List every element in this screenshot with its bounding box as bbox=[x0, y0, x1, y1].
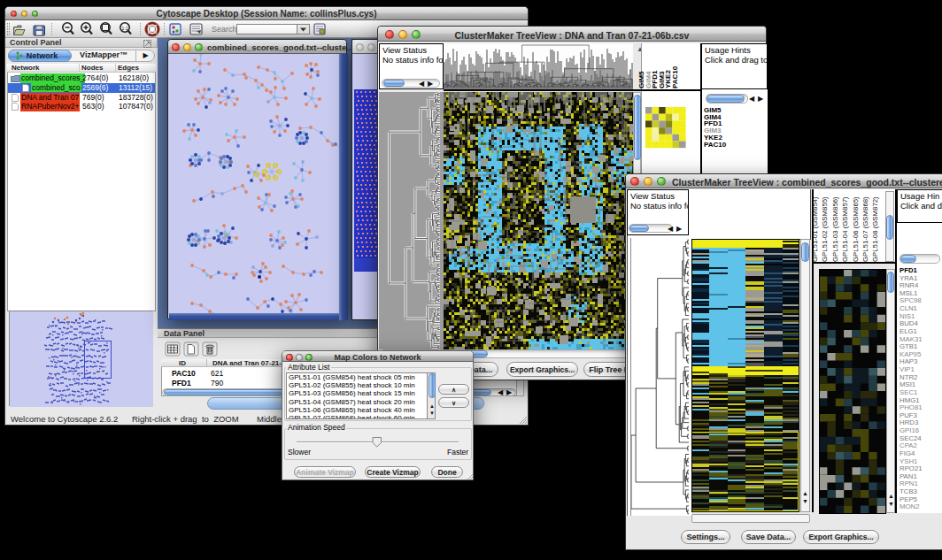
svg-text:1:1: 1:1 bbox=[122, 26, 128, 31]
svg-text:Search:: Search: bbox=[212, 25, 239, 34]
